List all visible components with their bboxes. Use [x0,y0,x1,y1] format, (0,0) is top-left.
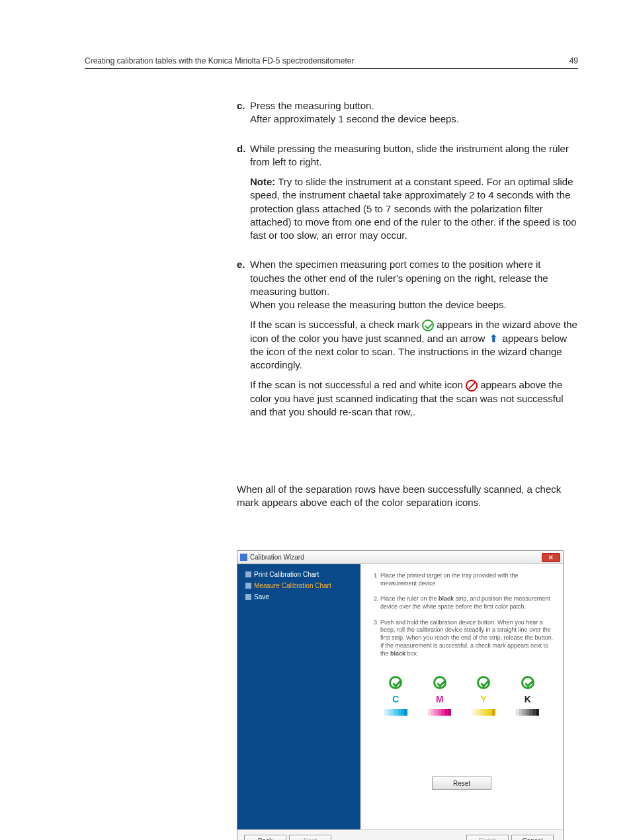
calibration-wizard-dialog: Calibration Wizard ✕ Print Calibration C… [237,550,564,840]
note-body: Try to slide the instrument at a constan… [250,176,577,241]
wizard-titlebar: Calibration Wizard ✕ [237,551,563,564]
sidebar-label-print: Print Calibration Chart [254,571,319,578]
step-c: c. Press the measuring button. After app… [237,99,578,133]
color-letter-Y: Y [481,693,487,705]
step-marker-c: c. [237,99,250,133]
i2a: Place the ruler on the [380,595,439,602]
success-text-a: If the scan is successful, a check mark [250,319,422,330]
step-e-line2: When you release the measuring button th… [250,299,507,310]
close-button[interactable]: ✕ [542,553,560,562]
checkmark-icon [477,676,490,689]
color-letter-M: M [436,693,444,705]
step-e-fail: If the scan is not successful a red and … [250,378,578,419]
step-box-icon [245,594,251,600]
page-header: Creating calibration tables with the Kon… [85,56,578,69]
step-d-note: Note: Try to slide the instrument at a c… [250,175,578,242]
color-strip-Y [472,709,495,716]
color-cell-Y: Y [472,676,495,716]
step-d: d. While pressing the measuring button, … [237,142,578,249]
sidebar-label-measure: Measure Calibration Chart [254,582,331,589]
color-strip-M [428,709,451,716]
i2bold: black [439,595,454,602]
step-box-icon [245,571,251,577]
fail-text-a: If the scan is not successful a red and … [250,379,466,390]
wizard-title: Calibration Wizard [250,554,542,561]
step-marker-d: d. [237,142,250,249]
sidebar-step-save[interactable]: Save [245,593,353,601]
step-e-line1: When the specimen measuring port comes t… [250,259,548,297]
wizard-app-icon [240,554,247,561]
checkmark-icon [521,676,534,689]
up-arrow-icon: ⬆ [487,333,499,345]
wizard-instruction-3: Push and hold the calibration device but… [380,619,554,657]
step-d-line1: While pressing the measuring button, sli… [250,142,578,169]
color-status-row: CMYK [370,676,554,716]
reset-button[interactable]: Reset [432,777,491,790]
back-button[interactable]: Back [244,835,286,841]
i3b: box. [405,650,419,657]
checkmark-icon [422,319,434,331]
instruction-body: c. Press the measuring button. After app… [237,99,578,435]
color-strip-C [384,709,407,716]
wizard-instructions: Place the printed target on the tray pro… [370,572,554,657]
color-letter-K: K [525,693,531,705]
color-strip-K [516,709,539,716]
step-box-icon [245,583,251,589]
step-c-line1: Press the measuring button. [250,100,374,111]
color-cell-C: C [384,676,407,716]
color-letter-C: C [392,693,399,705]
wizard-instruction-1: Place the printed target on the tray pro… [380,572,554,587]
wizard-footer: Back Next Finish Cancel [237,829,563,840]
i3bold: black [390,650,405,657]
checkmark-icon [389,676,402,689]
wizard-instruction-2: Place the ruler on the black strip, and … [380,595,554,610]
color-cell-M: M [428,676,451,716]
next-button[interactable]: Next [289,835,331,841]
step-marker-e: e. [237,258,250,425]
wizard-sidebar: Print Calibration Chart Measure Calibrat… [237,564,360,829]
note-label: Note: [250,176,275,187]
header-title: Creating calibration tables with the Kon… [85,56,355,65]
step-c-line2: After approximately 1 second the device … [250,113,459,124]
sidebar-label-save: Save [254,593,269,601]
prohibit-icon [466,380,478,392]
step-e-success: If the scan is successful, a check mark … [250,318,578,372]
sidebar-step-measure[interactable]: Measure Calibration Chart [245,582,353,589]
sidebar-step-print[interactable]: Print Calibration Chart [245,571,353,578]
color-cell-K: K [516,676,539,716]
summary-paragraph: When all of the separation rows have bee… [237,483,578,510]
finish-button[interactable]: Finish [466,835,509,841]
page-number: 49 [569,56,578,65]
cancel-button[interactable]: Cancel [511,835,554,841]
wizard-main: Place the printed target on the tray pro… [360,564,563,829]
checkmark-icon [433,676,446,689]
step-e: e. When the specimen measuring port come… [237,258,578,425]
